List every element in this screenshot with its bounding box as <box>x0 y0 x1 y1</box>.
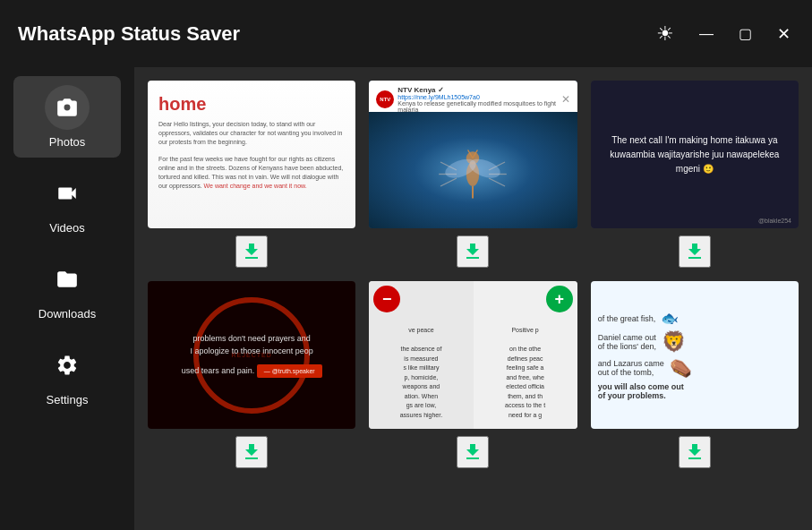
video-icon <box>56 182 79 205</box>
photos-icon-container <box>45 85 90 130</box>
photo-1-title: home <box>158 94 345 115</box>
download-icon <box>462 241 483 262</box>
photo-3-watermark: @blakle254 <box>758 218 791 224</box>
sidebar-item-videos[interactable]: Videos <box>13 162 121 244</box>
thumbnail-3: The next call I'm making home itakuwa ya… <box>591 81 799 228</box>
download-icon <box>241 441 262 463</box>
minimize-button[interactable]: — <box>696 23 717 45</box>
photo-1-body: Dear Hello listings, your decision today… <box>158 120 345 190</box>
list-item[interactable]: The next call I'm making home itakuwa ya… <box>591 81 799 268</box>
thumbnail-2: NTV NTV Kenya ✓ https://nne.ly/9MLh1505w… <box>369 81 577 228</box>
maximize-icon: ▢ <box>739 27 752 41</box>
title-bar: WhatsApp Status Saver ☀ — ▢ ✕ <box>0 0 812 67</box>
download-button-3[interactable] <box>679 235 711 268</box>
videos-icon-container <box>45 171 90 216</box>
settings-label: Settings <box>47 393 89 406</box>
thumbnail-6: of the great fish, 🐟 Daniel came outof t… <box>591 281 799 429</box>
sidebar: Photos Videos Downloads <box>0 67 134 530</box>
download-button-6[interactable] <box>679 436 711 468</box>
list-item[interactable]: of the great fish, 🐟 Daniel came outof t… <box>591 281 799 468</box>
plus-icon: + <box>546 286 573 312</box>
minus-icon: − <box>373 286 400 312</box>
svg-line-4 <box>440 178 457 186</box>
mosquito-svg <box>432 130 513 210</box>
download-button-2[interactable] <box>457 235 489 268</box>
photos-label: Photos <box>49 135 85 149</box>
download-button-1[interactable] <box>235 235 268 268</box>
sun-icon: ☀ <box>656 24 674 44</box>
main-layout: Photos Videos Downloads <box>0 67 812 530</box>
download-icon <box>462 441 483 463</box>
settings-icon-container <box>45 343 90 388</box>
app-title: WhatsApp Status Saver <box>18 22 240 46</box>
thumbnail-4: REJECTED problems don't need prayers and… <box>148 281 355 429</box>
maximize-button[interactable]: ▢ <box>735 23 756 45</box>
list-item[interactable]: − ve peace the absence of is measured s … <box>369 281 577 468</box>
window-controls: ☀ — ▢ ✕ <box>653 21 794 47</box>
download-button-5[interactable] <box>457 436 489 468</box>
gear-icon <box>56 354 79 377</box>
photo-4-text: problems don't need prayers and I apolog… <box>182 332 322 379</box>
downloads-label: Downloads <box>38 307 96 321</box>
thumbnail-5: − ve peace the absence of is measured s … <box>369 281 577 429</box>
photo-3-text: The next call I'm making home itakuwa ya… <box>604 133 785 176</box>
list-item[interactable]: NTV NTV Kenya ✓ https://nne.ly/9MLh1505w… <box>369 81 577 268</box>
sidebar-item-photos[interactable]: Photos <box>13 76 121 158</box>
downloads-icon-container <box>45 257 90 302</box>
list-item[interactable]: REJECTED problems don't need prayers and… <box>148 281 355 468</box>
close-button[interactable]: ✕ <box>774 22 794 46</box>
sidebar-item-downloads[interactable]: Downloads <box>13 248 121 329</box>
folder-icon <box>56 268 79 291</box>
minimize-icon: — <box>699 27 714 41</box>
svg-line-7 <box>489 178 505 186</box>
download-icon <box>684 441 705 463</box>
download-icon <box>684 241 705 262</box>
videos-label: Videos <box>49 221 85 235</box>
close-icon: ✕ <box>561 93 570 106</box>
theme-toggle-button[interactable]: ☀ <box>653 21 678 47</box>
download-icon <box>241 241 262 262</box>
close-icon: ✕ <box>777 26 791 42</box>
list-item[interactable]: home Dear Hello listings, your decision … <box>148 81 355 268</box>
camera-icon <box>56 96 79 119</box>
content-area: home Dear Hello listings, your decision … <box>134 67 812 530</box>
sidebar-item-settings[interactable]: Settings <box>13 334 121 415</box>
photo-grid: home Dear Hello listings, your decision … <box>148 81 799 468</box>
download-button-4[interactable] <box>235 436 268 468</box>
thumbnail-1: home Dear Hello listings, your decision … <box>148 81 355 228</box>
